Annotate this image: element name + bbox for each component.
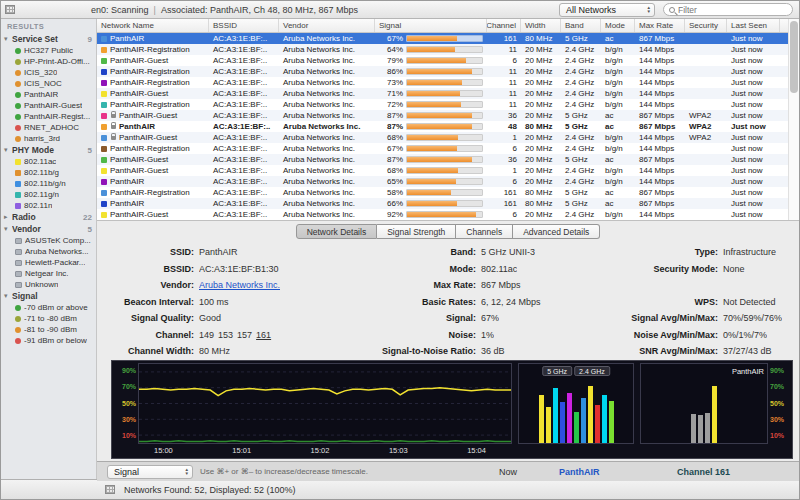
cell-band: 2.4 GHz (561, 100, 601, 109)
sidebar-item[interactable]: harris_3rd (1, 133, 96, 144)
network-name-text: PanthAIR-Registration (110, 78, 190, 87)
signal-bar-track (406, 68, 483, 75)
band-tab-5-GHz[interactable]: 5 GHz (542, 366, 572, 376)
column-header-vendor[interactable]: Vendor (279, 19, 375, 32)
disclosure-triangle-icon[interactable]: ▾ (4, 292, 12, 300)
band-tab-2-4-GHz[interactable]: 2.4 GHz (574, 366, 610, 376)
sidebar-item[interactable]: Netgear Inc. (1, 268, 96, 279)
metric-selector-dropdown[interactable]: Signal ▲▼ (107, 465, 193, 479)
table-row[interactable]: PanthAIR-GuestAC:A3:1E:BF:..Aruba Networ… (97, 209, 799, 220)
sidebar-section-vendor[interactable]: ▾Vendor5 (1, 223, 96, 235)
disclosure-triangle-icon[interactable]: ▾ (4, 146, 12, 154)
sidebar-item[interactable]: ICIS_320 (1, 67, 96, 78)
tab-signal-strength[interactable]: Signal Strength (377, 224, 456, 239)
sidebar-item[interactable]: ASUSTeK Comp... (1, 235, 96, 246)
sidebar-item[interactable]: 802.11b/g (1, 167, 96, 178)
sidebar-item[interactable]: PanthAIR-Regist... (1, 111, 96, 122)
details-column: Type:InfrastructureSecurity Mode:NoneWPS… (595, 244, 799, 360)
table-row[interactable]: PanthAIRAC:A3:1E:BF:..Aruba Networks Inc… (97, 176, 799, 187)
search-input[interactable] (678, 5, 787, 15)
column-header-network-name[interactable]: Network Name (97, 19, 209, 32)
disclosure-triangle-icon[interactable]: ▸ (4, 213, 12, 221)
sidebar-item[interactable]: -71 to -80 dBm (1, 313, 96, 324)
detail-label: Basic Rates: (363, 297, 481, 307)
table-row[interactable]: PanthAIR-RegistrationAC:A3:1E:BF:..Aruba… (97, 187, 799, 198)
table-row[interactable]: PanthAIRAC:A3:1E:BF:..Aruba Networks Inc… (97, 121, 799, 132)
sidebar-item[interactable]: HP-Print-AD-Offi... (1, 56, 96, 67)
sidebar-item[interactable]: 802.11b/g/n (1, 178, 96, 189)
sidebar-item[interactable]: ICIS_NOC (1, 78, 96, 89)
table-row[interactable]: PanthAIRAC:A3:1E:BF:..Aruba Networks Inc… (97, 198, 799, 209)
table-row[interactable]: PanthAIR-GuestAC:A3:1E:BF:..Aruba Networ… (97, 88, 799, 99)
column-header-max-rate[interactable]: Max Rate (635, 19, 685, 32)
table-row[interactable]: PanthAIR-RegistrationAC:A3:1E:BF:..Aruba… (97, 143, 799, 154)
channel-token[interactable]: 153 (218, 330, 233, 340)
channel-token[interactable]: 161 (256, 330, 271, 340)
sidebar-section-radio[interactable]: ▸Radio22 (1, 211, 96, 223)
sidebar-item[interactable]: PanthAIR-Guest (1, 100, 96, 111)
table-row[interactable]: PanthAIRAC:A3:1E:BF:..Aruba Networks Inc… (97, 33, 799, 44)
scrollbar-track[interactable] (788, 19, 799, 220)
sidebar-item[interactable]: PanthAIR (1, 89, 96, 100)
cell-bssid: AC:A3:1E:BF:.. (209, 56, 279, 65)
sidebar-item[interactable]: Aruba Networks... (1, 246, 96, 257)
column-header-band[interactable]: Band (561, 19, 601, 32)
detail-field: Beacon Interval:100 ms (111, 294, 363, 311)
filter-search-field[interactable] (663, 3, 793, 16)
column-header-channel[interactable]: Channel (487, 19, 521, 32)
sidebar-item-label: Netgear Inc. (25, 269, 69, 278)
cell-bssid: AC:A3:1E:BF:.. (209, 122, 279, 131)
cell-bssid: AC:A3:1E:BF:.. (209, 111, 279, 120)
table-row[interactable]: PanthAIR-GuestAC:A3:1E:BF:..Aruba Networ… (97, 55, 799, 66)
disclosure-triangle-icon[interactable]: ▾ (4, 225, 12, 233)
tab-channels[interactable]: Channels (456, 224, 513, 239)
column-header-width[interactable]: Width (521, 19, 561, 32)
y-tick-label: 30% (770, 416, 784, 423)
phy-color-icon (15, 170, 21, 176)
cell-max-rate: 867 Mbps (635, 122, 685, 131)
column-header-last-seen[interactable]: Last Seen (727, 19, 780, 32)
detail-value: 5 GHz UNII-3 (481, 247, 535, 257)
table-row[interactable]: PanthAIR-GuestAC:A3:1E:BF:..Aruba Networ… (97, 154, 799, 165)
column-header-mode[interactable]: Mode (601, 19, 635, 32)
sidebar-item[interactable]: -81 to -90 dBm (1, 324, 96, 335)
sidebar-item[interactable]: 802.11ac (1, 156, 96, 167)
column-header-security[interactable]: Security (685, 19, 727, 32)
sidebar-item[interactable]: RNET_ADHOC (1, 122, 96, 133)
cell-network-name: PanthAIR-Registration (97, 100, 209, 109)
table-row[interactable]: PanthAIR-RegistrationAC:A3:1E:BF:..Aruba… (97, 77, 799, 88)
table-row[interactable]: PanthAIR-GuestAC:A3:1E:BF:..Aruba Networ… (97, 132, 799, 143)
sidebar-section-service-set[interactable]: ▾Service Set9 (1, 33, 96, 45)
y-tick-label: 50% (122, 400, 136, 407)
sidebar-item[interactable]: HC327 Public (1, 45, 96, 56)
cell-channel: 6 (487, 56, 521, 65)
table-row[interactable]: PanthAIR-RegistrationAC:A3:1E:BF:..Aruba… (97, 66, 799, 77)
sidebar-item[interactable]: -91 dBm or below (1, 335, 96, 346)
channel-token[interactable]: 157 (237, 330, 252, 340)
column-header-signal[interactable]: Signal (375, 19, 487, 32)
tab-advanced-details[interactable]: Advanced Details (513, 224, 600, 239)
detail-label: Mode: (363, 264, 481, 274)
cell-network-name: PanthAIR-Guest (97, 166, 209, 175)
sidebar-section-phy-mode[interactable]: ▾PHY Mode5 (1, 144, 96, 156)
detail-value[interactable]: Aruba Networks Inc. (199, 280, 280, 290)
table-row[interactable]: PanthAIR-RegistrationAC:A3:1E:BF:..Aruba… (97, 44, 799, 55)
cell-max-rate: 867 Mbps (635, 188, 685, 197)
channel-token[interactable]: 149 (199, 330, 214, 340)
table-row[interactable]: PanthAIR-RegistrationAC:A3:1E:BF:..Aruba… (97, 99, 799, 110)
sidebar-item[interactable]: 802.11n (1, 200, 96, 211)
table-row[interactable]: PanthAIR-GuestAC:A3:1E:BF:..Aruba Networ… (97, 110, 799, 121)
disclosure-triangle-icon[interactable]: ▾ (4, 35, 12, 43)
sidebar-section-signal[interactable]: ▾Signal (1, 290, 96, 302)
sidebar-item[interactable]: 802.11g/n (1, 189, 96, 200)
network-filter-dropdown[interactable]: All Networks ▲▼ (559, 3, 655, 17)
sidebar-item[interactable]: Unknown (1, 279, 96, 290)
tab-network-details[interactable]: Network Details (296, 224, 378, 239)
table-row[interactable]: PanthAIR-GuestAC:A3:1E:BF:..Aruba Networ… (97, 165, 799, 176)
sidebar-item[interactable]: Hewlett-Packar... (1, 257, 96, 268)
cell-bssid: AC:A3:1E:BF:.. (209, 210, 279, 219)
cell-channel: 6 (487, 144, 521, 153)
sidebar-item[interactable]: -70 dBm or above (1, 302, 96, 313)
scrollbar-thumb[interactable] (790, 21, 798, 93)
column-header-bssid[interactable]: BSSID (209, 19, 279, 32)
